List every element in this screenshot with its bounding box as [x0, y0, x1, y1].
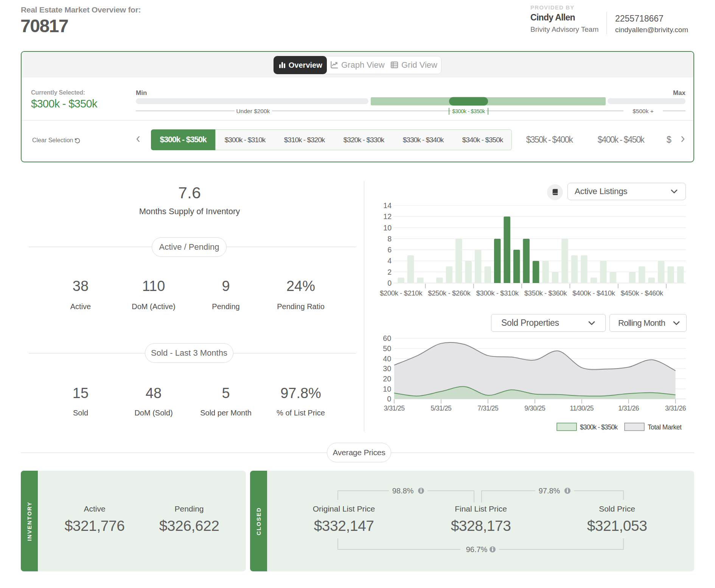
svg-text:$300k - $310k: $300k - $310k — [476, 289, 519, 297]
svg-text:$400k - $410k: $400k - $410k — [572, 289, 615, 297]
svg-text:$250k - $260k: $250k - $260k — [428, 289, 471, 297]
svg-text:9/30/25: 9/30/25 — [524, 404, 545, 412]
svg-text:12: 12 — [383, 212, 392, 221]
svg-text:8: 8 — [387, 235, 392, 243]
svg-text:3/31/25: 3/31/25 — [384, 404, 405, 412]
svg-text:30: 30 — [383, 364, 391, 373]
svg-text:10: 10 — [383, 385, 391, 393]
svg-text:3/31/26: 3/31/26 — [665, 404, 686, 412]
svg-text:5/31/25: 5/31/25 — [431, 404, 451, 412]
svg-text:0: 0 — [387, 395, 391, 403]
svg-text:50: 50 — [383, 344, 391, 353]
svg-text:6: 6 — [387, 246, 392, 254]
svg-text:7/31/25: 7/31/25 — [477, 404, 498, 412]
svg-text:Total Market: Total Market — [648, 423, 682, 431]
svg-text:14: 14 — [383, 201, 392, 210]
svg-text:$350k - $360k: $350k - $360k — [524, 289, 567, 297]
svg-text:20: 20 — [383, 375, 391, 383]
svg-text:1/31/26: 1/31/26 — [618, 404, 639, 412]
svg-text:$450k - $460k: $450k - $460k — [621, 289, 664, 297]
svg-text:0: 0 — [387, 279, 392, 287]
svg-text:$300k - $350k: $300k - $350k — [580, 423, 618, 431]
svg-text:10: 10 — [383, 224, 392, 232]
svg-text:$200k - $210k: $200k - $210k — [380, 289, 423, 297]
svg-text:40: 40 — [383, 355, 391, 363]
svg-text:2: 2 — [387, 268, 392, 276]
svg-text:11/30/25: 11/30/25 — [570, 404, 594, 412]
svg-text:60: 60 — [383, 334, 391, 342]
svg-text:4: 4 — [387, 257, 392, 265]
